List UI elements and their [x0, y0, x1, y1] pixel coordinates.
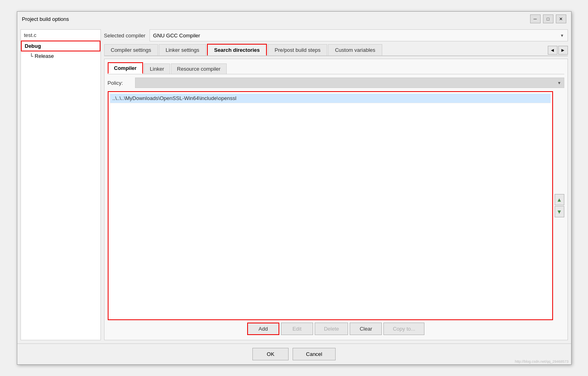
tab-search-directories[interactable]: Search directories	[207, 44, 267, 55]
edit-button[interactable]: Edit	[281, 323, 313, 335]
file-label: test.c	[21, 30, 100, 41]
action-buttons-row: Add Edit Delete Clear Copy to...	[108, 323, 564, 337]
scroll-down-button[interactable]: ▼	[555, 206, 564, 217]
title-bar-controls: ─ □ ✕	[530, 14, 566, 23]
tab-scroll-right-button[interactable]: ►	[558, 46, 568, 55]
down-arrow-icon: ▼	[557, 208, 562, 215]
clear-button[interactable]: Clear	[350, 323, 382, 335]
compiler-dropdown[interactable]: GNU GCC Compiler ▼	[150, 29, 568, 41]
tab-compiler-settings[interactable]: Compiler settings	[104, 44, 158, 55]
up-arrow-icon: ▲	[557, 196, 562, 203]
outer-tabs: Compiler settings Linker settings Search…	[104, 44, 568, 56]
tab-pre-post-build[interactable]: Pre/post build steps	[268, 44, 327, 55]
tab-inner-compiler[interactable]: Compiler	[108, 62, 143, 74]
sidebar-item-debug[interactable]: Debug	[21, 41, 100, 51]
maximize-button[interactable]: □	[543, 14, 553, 23]
list-item[interactable]: ..\..\..\MyDownloads\OpenSSL-Win64\inclu…	[110, 94, 551, 103]
tab-inner-resource-compiler[interactable]: Resource compiler	[171, 63, 226, 74]
inner-area: Compiler Linker Resource compiler Policy…	[104, 59, 568, 340]
inner-tabs: Compiler Linker Resource compiler	[108, 62, 564, 74]
add-button[interactable]: Add	[247, 323, 279, 335]
close-button[interactable]: ✕	[556, 14, 566, 23]
tab-nav-arrows: ◄ ►	[548, 46, 568, 55]
title-bar: Project build options ─ □ ✕	[17, 12, 571, 26]
compiler-row: Selected compiler GNU GCC Compiler ▼	[104, 29, 568, 41]
dirs-row: ..\..\..\MyDownloads\OpenSSL-Win64\inclu…	[108, 91, 564, 320]
tab-inner-linker[interactable]: Linker	[144, 63, 170, 74]
dirs-list[interactable]: ..\..\..\MyDownloads\OpenSSL-Win64\inclu…	[108, 91, 553, 320]
dialog-footer: OK Cancel	[17, 343, 571, 364]
tab-custom-variables[interactable]: Custom variables	[328, 44, 382, 55]
policy-row: Policy: ▼	[108, 78, 564, 88]
ok-button[interactable]: OK	[252, 348, 289, 360]
delete-button[interactable]: Delete	[315, 323, 348, 335]
right-panel: Selected compiler GNU GCC Compiler ▼ Com…	[104, 29, 568, 340]
dialog-title: Project build options	[22, 16, 69, 22]
compiler-dropdown-arrow: ▼	[560, 33, 564, 38]
main-dialog: Project build options ─ □ ✕ test.c Debug…	[17, 11, 572, 365]
dialog-body: test.c Debug └ Release Selected compiler…	[17, 26, 571, 343]
compiler-value: GNU GCC Compiler	[153, 33, 200, 39]
selected-compiler-label: Selected compiler	[104, 33, 145, 39]
cancel-button[interactable]: Cancel	[293, 348, 335, 360]
policy-label: Policy:	[108, 80, 132, 86]
left-panel: test.c Debug └ Release	[20, 29, 101, 340]
tab-scroll-left-button[interactable]: ◄	[548, 46, 557, 55]
tab-linker-settings[interactable]: Linker settings	[159, 44, 206, 55]
dirs-scroll-buttons: ▲ ▼	[555, 91, 564, 320]
minimize-button[interactable]: ─	[530, 14, 541, 23]
watermark-text: http://blog.csdn.net/qq_29468573	[515, 360, 569, 364]
copy-to-button[interactable]: Copy to...	[383, 323, 424, 335]
policy-dropdown-arrow: ▼	[557, 81, 561, 85]
scroll-up-button[interactable]: ▲	[555, 194, 564, 205]
policy-dropdown[interactable]: ▼	[135, 78, 564, 88]
sidebar-item-release[interactable]: └ Release	[21, 51, 100, 61]
